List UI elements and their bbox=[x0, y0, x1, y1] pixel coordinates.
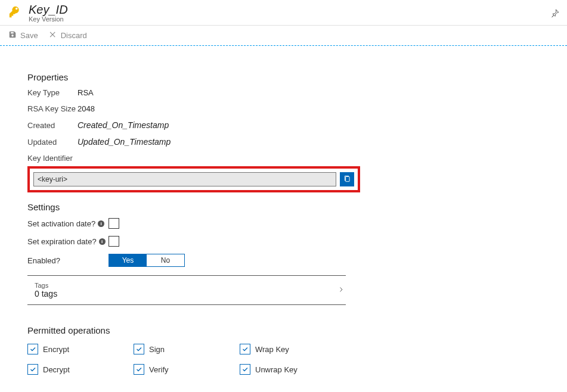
key-identifier-label: Key Identifier bbox=[27, 154, 388, 163]
op-checkbox-decrypt[interactable] bbox=[27, 364, 38, 375]
op-unwrap-key: Unwrap Key bbox=[240, 364, 346, 375]
prop-label: Updated bbox=[27, 138, 78, 147]
copy-icon bbox=[343, 175, 351, 185]
tags-label: Tags bbox=[35, 282, 57, 289]
prop-value: Updated_On_Timestamp bbox=[78, 137, 171, 147]
svg-rect-0 bbox=[346, 176, 349, 181]
save-button[interactable]: Save bbox=[8, 30, 38, 41]
chevron-right-icon bbox=[337, 286, 345, 295]
activation-date-row: Set activation date? i bbox=[27, 218, 388, 229]
save-icon bbox=[8, 30, 17, 41]
discard-button[interactable]: Discard bbox=[49, 30, 87, 41]
close-icon bbox=[49, 30, 57, 41]
copy-button[interactable] bbox=[340, 172, 354, 186]
enabled-no[interactable]: No bbox=[147, 254, 184, 266]
activation-date-text: Set activation date? bbox=[27, 219, 95, 228]
tags-count: 0 tags bbox=[35, 289, 57, 298]
op-wrap-key: Wrap Key bbox=[240, 344, 346, 354]
expiration-date-text: Set expiration date? bbox=[27, 237, 97, 246]
op-label: Decrypt bbox=[43, 365, 70, 374]
expiration-date-checkbox[interactable] bbox=[109, 236, 119, 247]
prop-value: Created_On_Timestamp bbox=[78, 120, 169, 130]
op-checkbox-unwrap-key[interactable] bbox=[240, 364, 250, 375]
toolbar: Save Discard bbox=[0, 26, 567, 46]
info-icon[interactable]: i bbox=[98, 220, 104, 227]
content-region: Properties Key Type RSA RSA Key Size 204… bbox=[0, 46, 388, 392]
prop-row-updated: Updated Updated_On_Timestamp bbox=[27, 137, 388, 147]
enabled-text: Enabled? bbox=[27, 256, 60, 265]
op-label: Sign bbox=[149, 345, 165, 354]
op-checkbox-verify[interactable] bbox=[134, 364, 144, 375]
enabled-toggle[interactable]: Yes No bbox=[109, 254, 185, 267]
prop-row-created: Created Created_On_Timestamp bbox=[27, 120, 388, 130]
prop-row-rsa-key-size: RSA Key Size 2048 bbox=[27, 104, 388, 113]
enabled-yes[interactable]: Yes bbox=[109, 254, 147, 266]
page-subtitle: Key Version bbox=[29, 15, 550, 23]
op-checkbox-sign[interactable] bbox=[134, 344, 144, 354]
page-title: Key_ID bbox=[29, 4, 550, 15]
permitted-heading: Permitted operations bbox=[27, 325, 388, 335]
tags-row[interactable]: Tags 0 tags bbox=[27, 276, 346, 305]
enabled-row: Enabled? Yes No bbox=[27, 254, 388, 267]
op-checkbox-wrap-key[interactable] bbox=[240, 344, 250, 354]
prop-value: 2048 bbox=[78, 104, 95, 113]
expiration-date-label: Set expiration date? i bbox=[27, 237, 109, 246]
page-header: Key_ID Key Version bbox=[0, 0, 567, 26]
prop-label: Created bbox=[27, 121, 78, 130]
key-icon bbox=[5, 5, 25, 21]
key-uri-input[interactable] bbox=[33, 172, 336, 186]
op-checkbox-encrypt[interactable] bbox=[27, 344, 38, 354]
op-label: Encrypt bbox=[43, 345, 69, 354]
key-identifier-highlight bbox=[27, 166, 360, 192]
prop-label: Key Type bbox=[27, 88, 78, 97]
op-encrypt: Encrypt bbox=[27, 344, 134, 354]
enabled-label: Enabled? bbox=[27, 256, 109, 265]
op-decrypt: Decrypt bbox=[27, 364, 134, 375]
save-label: Save bbox=[20, 31, 38, 40]
properties-heading: Properties bbox=[27, 72, 388, 82]
op-sign: Sign bbox=[134, 344, 240, 354]
info-icon[interactable]: i bbox=[99, 238, 106, 245]
op-label: Wrap Key bbox=[255, 345, 289, 354]
prop-row-key-type: Key Type RSA bbox=[27, 88, 388, 97]
activation-date-checkbox[interactable] bbox=[109, 218, 119, 229]
activation-date-label: Set activation date? i bbox=[27, 219, 109, 228]
discard-label: Discard bbox=[61, 31, 87, 40]
op-label: Verify bbox=[149, 365, 169, 374]
op-verify: Verify bbox=[134, 364, 240, 375]
op-label: Unwrap Key bbox=[255, 365, 298, 374]
pin-button[interactable] bbox=[550, 8, 561, 18]
permitted-ops-grid: Encrypt Sign Wrap Key Decrypt Verify Unw… bbox=[27, 344, 388, 375]
settings-heading: Settings bbox=[27, 202, 388, 212]
expiration-date-row: Set expiration date? i bbox=[27, 236, 388, 247]
prop-label: RSA Key Size bbox=[27, 104, 78, 113]
prop-value: RSA bbox=[78, 88, 94, 97]
